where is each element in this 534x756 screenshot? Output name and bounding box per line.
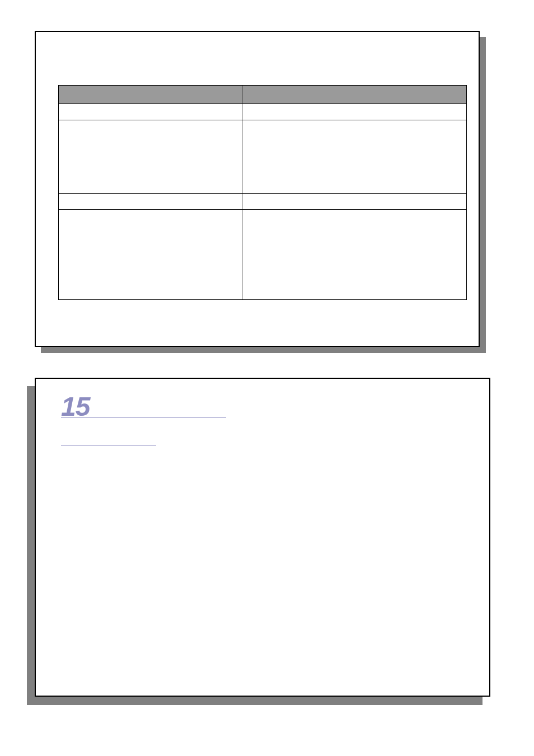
table-cell — [242, 194, 467, 210]
table-cell — [242, 120, 467, 194]
table-body-row — [59, 210, 467, 300]
table-cell — [59, 104, 242, 120]
table-body-row — [59, 120, 467, 194]
heading-rule — [61, 417, 226, 417]
table-cell — [242, 210, 467, 300]
table-header-row — [59, 86, 467, 104]
table-cell — [59, 210, 242, 300]
table-cell — [59, 194, 242, 210]
table-cell — [242, 104, 467, 120]
card-bottom: 15 — [35, 378, 490, 697]
table-subheader-row — [59, 104, 467, 120]
table-cell — [59, 120, 242, 194]
table-header-cell — [59, 86, 242, 104]
subheading-rule — [61, 445, 156, 445]
table-header-cell — [242, 86, 467, 104]
table-subheader-row — [59, 194, 467, 210]
card-top — [35, 31, 480, 347]
comparison-table — [58, 85, 467, 300]
